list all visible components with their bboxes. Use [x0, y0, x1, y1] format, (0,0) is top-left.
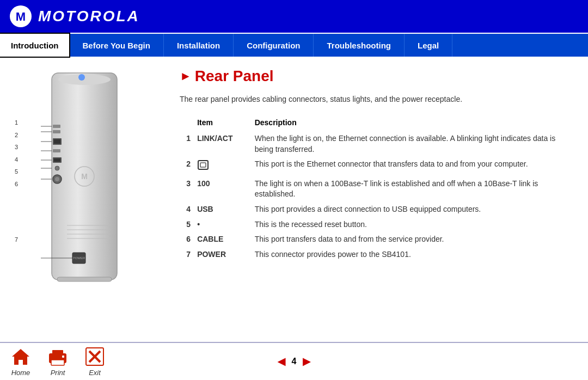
col-item-header: Item	[195, 116, 253, 131]
main-content: 1 2 3 4 5 6 7	[0, 57, 588, 342]
item-name: CABLE	[195, 232, 253, 247]
svg-rect-37	[51, 360, 64, 365]
table-row: 2This port is the Ethernet connector tha…	[180, 157, 572, 176]
nav-troubleshooting[interactable]: Troubleshooting	[314, 34, 405, 57]
item-name: 100	[195, 176, 253, 202]
callout-7: 7	[15, 235, 18, 243]
svg-rect-23	[57, 277, 112, 281]
col-desc-header: Description	[253, 116, 572, 131]
svg-rect-13	[54, 158, 60, 162]
item-number: 6	[180, 232, 195, 247]
table-row: 3100The light is on when a 100Base-T lin…	[180, 176, 572, 202]
svg-rect-38	[62, 356, 64, 358]
brand-name: MOTOROLA	[38, 8, 140, 25]
callout-labels: 1 2 3 4 5 6	[15, 117, 18, 190]
exit-icon	[85, 347, 105, 366]
callout-3: 3	[15, 141, 18, 154]
svg-rect-10	[54, 139, 60, 144]
item-description: This port is the Ethernet connector that…	[253, 157, 572, 176]
item-number: 3	[180, 176, 195, 202]
logo-area: M MOTOROLA	[9, 4, 140, 28]
col-num-header	[180, 116, 195, 131]
nav-installation[interactable]: Installation	[164, 34, 234, 57]
print-icon	[47, 348, 69, 366]
callout-4: 4	[15, 154, 18, 166]
page-number: 4	[292, 357, 297, 366]
svg-text:M: M	[81, 172, 88, 181]
home-label: Home	[11, 369, 30, 377]
callout-5: 5	[15, 166, 18, 178]
exit-label: Exit	[89, 369, 101, 377]
device-svg: M	[30, 68, 139, 296]
table-row: 5•This is the recessed reset button.	[180, 217, 572, 232]
callout-6: 6	[15, 178, 18, 191]
svg-rect-11	[53, 149, 60, 152]
table-row: 1LINK/ACTWhen the light is on, the Ether…	[180, 131, 572, 157]
device-diagram: 1 2 3 4 5 6 7	[30, 68, 150, 298]
print-button[interactable]: Print	[47, 348, 69, 377]
svg-point-14	[55, 166, 59, 170]
item-description: The light is on when a 100Base-T link is…	[253, 176, 572, 202]
nav-before-you-begin[interactable]: Before You Begin	[69, 34, 163, 57]
home-button[interactable]: Home	[11, 347, 30, 377]
motorola-logo-icon: M	[9, 4, 33, 28]
item-name: USB	[195, 202, 253, 217]
item-number: 4	[180, 202, 195, 217]
svg-rect-33	[200, 163, 206, 167]
prev-page-button[interactable]: ◀	[278, 356, 285, 367]
page-navigation: ◀ 4 ▶	[278, 356, 311, 367]
home-icon	[11, 347, 30, 366]
page-title: ► Rear Panel	[180, 68, 572, 85]
item-description: This is the recessed reset button.	[253, 217, 572, 232]
print-label: Print	[51, 369, 65, 377]
item-name: POWER	[195, 247, 253, 262]
navbar: Introduction Before You Begin Installati…	[0, 33, 588, 57]
svg-point-16	[55, 177, 59, 181]
svg-rect-7	[53, 125, 60, 128]
nav-introduction[interactable]: Introduction	[0, 34, 69, 57]
nav-configuration[interactable]: Configuration	[234, 34, 314, 57]
device-image-panel: 1 2 3 4 5 6 7	[0, 57, 174, 342]
svg-marker-34	[12, 349, 29, 365]
footer: Home Print Exit ◀ 4 ▶	[0, 342, 588, 380]
item-number: 2	[180, 157, 195, 176]
item-number: 5	[180, 217, 195, 232]
callout-1: 1	[15, 117, 18, 129]
nav-legal[interactable]: Legal	[405, 34, 452, 57]
next-page-button[interactable]: ▶	[303, 356, 310, 367]
item-name: •	[195, 217, 253, 232]
intro-text: The rear panel provides cabling connecto…	[180, 94, 572, 105]
header: M MOTOROLA	[0, 0, 588, 33]
item-description: This connector provides power to the SB4…	[253, 247, 572, 262]
exit-button[interactable]: Exit	[85, 347, 105, 377]
table-row: 6CABLEThis port transfers data to and fr…	[180, 232, 572, 247]
item-number: 1	[180, 131, 195, 157]
item-name	[195, 157, 253, 176]
svg-rect-32	[198, 161, 208, 169]
item-description: This port provides a direct connection t…	[253, 202, 572, 217]
svg-text:M: M	[16, 10, 26, 23]
svg-rect-8	[53, 130, 60, 133]
right-content-panel: ► Rear Panel The rear panel provides cab…	[174, 57, 588, 342]
item-name: LINK/ACT	[195, 131, 253, 157]
svg-point-4	[78, 74, 85, 81]
footer-buttons: Home Print Exit	[11, 347, 105, 377]
item-description: This port transfers data to and from the…	[253, 232, 572, 247]
table-header-row: Item Description	[180, 116, 572, 131]
table-row: 7POWERThis connector provides power to t…	[180, 247, 572, 262]
items-table: Item Description 1LINK/ACTWhen the light…	[180, 116, 572, 262]
callout-2: 2	[15, 129, 18, 142]
item-description: When the light is on, the Ethernet conne…	[253, 131, 572, 157]
svg-text:POWER: POWER	[73, 256, 85, 260]
item-number: 7	[180, 247, 195, 262]
table-row: 4USBThis port provides a direct connecti…	[180, 202, 572, 217]
title-arrow-icon: ►	[180, 69, 192, 83]
ethernet-connector-icon	[197, 164, 209, 173]
svg-rect-36	[52, 350, 63, 354]
